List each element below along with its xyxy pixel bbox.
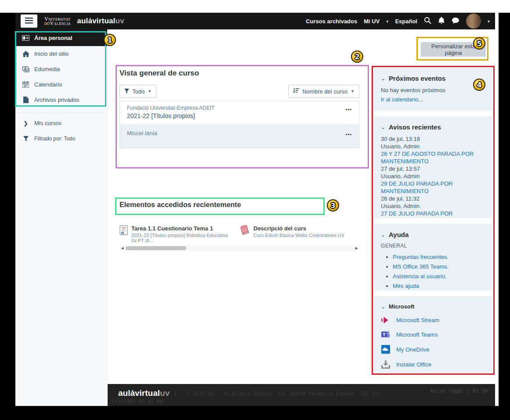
sidebar-item-label: Filtrado por: Todo <box>34 136 75 142</box>
onedrive-icon <box>381 345 391 354</box>
course-actions-menu[interactable]: ••• <box>345 130 352 139</box>
microsoft-item-label[interactable]: My OneDrive <box>396 346 430 353</box>
help-list-item: Més ajuda <box>393 282 485 290</box>
book-icon <box>239 225 250 237</box>
brand-logo[interactable]: aulȧvirtualuv <box>77 17 124 25</box>
page-footer: aulȧvirtualuv | © 2019 UV. -Av.Blasco Ib… <box>108 384 495 406</box>
notifications-button[interactable] <box>438 17 445 25</box>
block-title: Próximos eventos <box>389 75 445 82</box>
stream-icon <box>381 316 391 324</box>
course-sort-dropdown[interactable]: Nombre del curso ▼ <box>288 85 359 98</box>
university-logo[interactable]: Vniversitat döValència <box>44 17 71 25</box>
nav-link-mi-uv[interactable]: Mi UV <box>364 18 380 25</box>
onedrive-link[interactable]: My OneDrive <box>381 345 485 354</box>
microsoft-teams-link[interactable]: Microsoft Teams <box>381 330 485 338</box>
chevron-right-icon: ❯ <box>22 120 29 126</box>
help-link-office-teams[interactable]: MS Office 365 Teams. <box>393 263 449 270</box>
hamburger-menu-button[interactable] <box>21 14 37 28</box>
scroll-right-arrow-icon[interactable]: ▶ <box>354 245 359 251</box>
recent-announcements-block: ⌄ Avisos recientes 30 de jul, 13:18 Usua… <box>374 116 492 218</box>
announcement-link[interactable]: 29 DE JULIO PARADA POR MANTENIMIENTO <box>381 180 485 195</box>
recent-item-subtitle: Curs Edició Bàsica Webs Corporatives UV <box>253 233 344 238</box>
filter-funnel-icon <box>22 136 29 141</box>
scroll-left-arrow-icon[interactable]: ◀ <box>119 245 125 251</box>
install-office-link[interactable]: Instalar Office <box>381 360 485 369</box>
course-row[interactable]: Fundació Universitat-Empresa ADEIT 2021-… <box>120 101 359 125</box>
upcoming-events-header[interactable]: ⌄ Próximos eventos <box>381 75 485 82</box>
microsoft-item-label[interactable]: Microsoft Stream <box>396 316 439 324</box>
browser-page: Vniversitat döValència aulȧvirtualuv Cur… <box>15 13 499 406</box>
scrollbar-thumb[interactable] <box>126 246 186 250</box>
user-avatar[interactable] <box>466 14 481 29</box>
announcement-date: 30 de jul, 13:18 <box>381 135 485 143</box>
microsoft-stream-link[interactable]: Microsoft Stream <box>381 316 485 324</box>
footer-copyright: © 2019 UV. -Av.Blasco Ibáñez, 13, 46010 … <box>187 391 459 397</box>
user-menu-chevron-icon[interactable]: ▾ <box>488 19 490 24</box>
sidebar-item-filtrado-por[interactable]: Filtrado por: Todo <box>15 131 107 146</box>
sidebar-item-area-personal[interactable]: Área personal <box>15 29 107 46</box>
recent-item-descripcio[interactable]: Descripció del curs Curs Edició Bàsica W… <box>239 225 359 243</box>
avatar-image <box>466 14 481 29</box>
top-navbar: Vniversitat döValència aulȧvirtualuv Cur… <box>15 13 495 29</box>
course-filter-dropdown[interactable]: Todo ▼ <box>119 85 156 98</box>
sidebar-item-label: Inicio del sitio <box>34 50 69 57</box>
download-icon <box>381 360 391 369</box>
bell-icon <box>438 17 445 25</box>
course-overview-controls: Todo ▼ Nombre del curso ▼ <box>119 85 359 98</box>
sidebar-item-inicio-del-sitio[interactable]: Inicio del sitio <box>15 46 107 61</box>
footer-separator: | <box>174 390 176 396</box>
help-list-item: MS Office 365 Teams. <box>393 263 485 270</box>
footer-legal-links[interactable]: Aviso legal | Mi UV <box>430 388 488 394</box>
recent-item-title[interactable]: Tarea 1.1 Cuestionario Tema 1 <box>131 225 239 232</box>
recent-item-text: Tarea 1.1 Cuestionario Tema 1 2021-22 [T… <box>131 225 239 243</box>
horizontal-scrollbar[interactable]: ◀ ▶ <box>119 245 359 251</box>
course-name[interactable]: 2021-22 [Títulos propios] <box>127 112 214 119</box>
help-link-faq[interactable]: Preguntas frecuentes. <box>393 253 449 261</box>
course-row[interactable]: Miscel·lània ••• <box>120 125 359 148</box>
help-list-item: Preguntas frecuentes. <box>393 253 485 261</box>
nav-link-archived-courses[interactable]: Cursos archivados <box>306 18 357 25</box>
go-to-calendar-link[interactable]: Ir al calendario... <box>381 96 423 103</box>
sidebar-item-archivos-privados[interactable]: Archivos privados <box>15 92 107 108</box>
microsoft-header[interactable]: ⌄ Microsoft <box>381 303 485 310</box>
search-button[interactable] <box>424 17 431 25</box>
chevron-down-icon[interactable]: ▾ <box>386 19 388 24</box>
chevron-down-icon: ⌄ <box>381 232 385 238</box>
sidebar-item-calendario[interactable]: Calendario <box>15 77 107 92</box>
course-list: Fundació Universitat-Empresa ADEIT 2021-… <box>119 101 359 148</box>
course-category: Fundació Universitat-Empresa ADEIT <box>127 105 214 111</box>
recent-item-tarea[interactable]: Tarea 1.1 Cuestionario Tema 1 2021-22 [T… <box>119 225 239 243</box>
footer-brand-logo: aulȧvirtualuv <box>118 388 170 398</box>
sidebar-item-edumedia[interactable]: Edumedia <box>15 61 107 77</box>
brand-text: aulȧvirtual <box>77 17 115 25</box>
microsoft-item-label[interactable]: Instalar Office <box>396 361 431 368</box>
microsoft-item-label[interactable]: Microsoft Teams <box>396 331 438 338</box>
help-block: ⌄ Ayuda GENERAL Preguntas frecuentes. MS… <box>374 224 492 291</box>
help-header[interactable]: ⌄ Ayuda <box>381 231 485 238</box>
announcement-link[interactable]: 27 DE JULIO PARADA POR MANTENIMIENTO <box>381 210 485 218</box>
block-title: Avisos recientes <box>389 123 441 131</box>
help-link-more-help[interactable]: Més ajuda <box>393 282 419 290</box>
recent-announcements-header[interactable]: ⌄ Avisos recientes <box>381 123 485 131</box>
course-info: Fundació Universitat-Empresa ADEIT 2021-… <box>127 105 214 119</box>
sidebar-item-mis-cursos[interactable]: ❯ Mis cursos <box>15 115 107 131</box>
announcement-link[interactable]: 26 Y 27 DE AGOSTO PARADA POR MANTENIMIEN… <box>381 150 485 165</box>
help-link-user-assistance[interactable]: Asistencia al usuario. <box>393 273 447 280</box>
recent-item-subtitle: 2021-22 [Títulos propios] Robótica Educa… <box>131 233 239 243</box>
nav-link-language[interactable]: Español <box>395 18 417 25</box>
footer-brand-text: aulȧvirtual <box>118 388 160 398</box>
recent-items-row: Tarea 1.1 Cuestionario Tema 1 2021-22 [T… <box>119 225 359 243</box>
help-links-list: Preguntas frecuentes. MS Office 365 Team… <box>381 253 485 290</box>
top-margin <box>0 0 510 13</box>
announcement-date: 27 de jul, 13:57 <box>381 165 485 172</box>
messages-button[interactable] <box>452 17 459 25</box>
chat-bubble-icon <box>452 17 459 25</box>
course-actions-menu[interactable]: ••• <box>345 105 352 114</box>
sidebar-item-label: Archivos privados <box>34 97 80 103</box>
block-title: Microsoft <box>389 303 415 310</box>
personalize-page-button[interactable]: Personalizar esta página <box>421 42 486 57</box>
course-name[interactable]: Miscel·lània <box>127 130 157 136</box>
footer-brand-suffix: uv <box>160 388 170 398</box>
recent-item-title[interactable]: Descripció del curs <box>253 225 344 232</box>
home-icon <box>22 51 29 57</box>
